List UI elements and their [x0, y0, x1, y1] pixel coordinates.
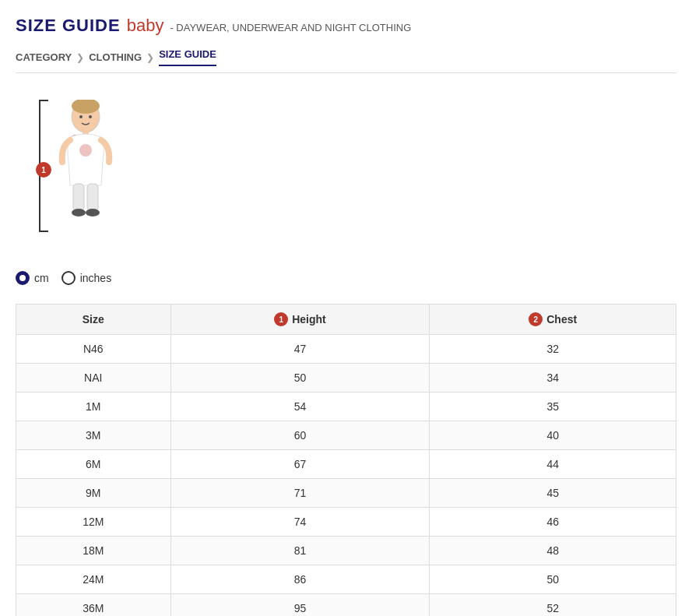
height-marker-icon: 1	[274, 312, 288, 326]
inches-radio[interactable]	[61, 271, 76, 285]
table-row: 9M7145	[16, 479, 676, 508]
title-main: SIZE GUIDE	[16, 16, 121, 36]
page-title: SIZE GUIDE baby - DAYWEAR, UNDERWEAR AND…	[16, 16, 676, 36]
svg-point-5	[79, 144, 92, 157]
size-cell: 6M	[16, 450, 171, 479]
image-area: 1 2	[16, 92, 676, 248]
size-cell: 18M	[16, 537, 171, 565]
size-cell: 36M	[16, 594, 171, 617]
chest-cell: 35	[430, 392, 676, 421]
svg-point-2	[79, 115, 83, 118]
table-row: 24M8650	[16, 565, 676, 594]
baby-figure	[54, 100, 117, 238]
size-cell: 3M	[16, 421, 171, 450]
breadcrumb-size-guide[interactable]: SIZE GUIDE	[159, 48, 216, 66]
inches-label: inches	[80, 272, 111, 284]
breadcrumb-clothing[interactable]: CLOTHING	[89, 51, 142, 63]
baby-image-container: 1 2	[16, 92, 140, 248]
title-desc: - DAYWEAR, UNDERWEAR AND NIGHT CLOTHING	[170, 22, 411, 33]
table-row: 1M5435	[16, 392, 676, 421]
cm-option[interactable]: cm	[16, 271, 49, 285]
chest-cell: 45	[430, 479, 676, 508]
marker-height: 1	[36, 162, 51, 178]
breadcrumb-sep-2: ❯	[146, 52, 154, 63]
col-chest-header: 2 Chest	[430, 304, 676, 335]
table-row: 6M6744	[16, 450, 676, 479]
cm-radio[interactable]	[16, 271, 30, 285]
size-cell: 24M	[16, 565, 171, 594]
size-cell: 12M	[16, 508, 171, 537]
svg-point-8	[72, 209, 86, 216]
table-row: 36M9552	[16, 594, 676, 617]
breadcrumb-category[interactable]: CATEGORY	[16, 51, 72, 63]
col-height-header: 1 Height	[170, 304, 430, 335]
table-row: N464732	[16, 335, 676, 364]
chest-cell: 52	[430, 594, 676, 617]
inches-option[interactable]: inches	[61, 271, 111, 285]
size-cell: NAI	[16, 364, 171, 392]
table-row: 18M8148	[16, 537, 676, 565]
size-cell: 1M	[16, 392, 171, 421]
svg-point-3	[89, 115, 92, 118]
height-cell: 67	[170, 450, 430, 479]
chest-cell: 44	[430, 450, 676, 479]
height-cell: 95	[170, 594, 430, 617]
table-row: 3M6040	[16, 421, 676, 450]
chest-cell: 48	[430, 537, 676, 565]
breadcrumb-sep-1: ❯	[76, 52, 84, 63]
height-cell: 50	[170, 364, 430, 392]
col-chest-label: Chest	[546, 313, 577, 326]
title-sub: baby	[127, 16, 164, 36]
height-cell: 81	[170, 537, 430, 565]
size-table: Size 1 Height 2 Chest N464732NAI50341M54…	[16, 304, 676, 616]
svg-point-9	[86, 209, 100, 216]
chest-cell: 34	[430, 364, 676, 392]
chest-cell: 50	[430, 565, 676, 594]
size-cell: N46	[16, 335, 171, 364]
col-height-label: Height	[292, 313, 326, 326]
table-row: NAI5034	[16, 364, 676, 392]
chest-marker-icon: 2	[529, 312, 543, 326]
height-cell: 54	[170, 392, 430, 421]
height-cell: 74	[170, 508, 430, 537]
page-wrapper: SIZE GUIDE baby - DAYWEAR, UNDERWEAR AND…	[0, 0, 692, 616]
table-row: 12M7446	[16, 508, 676, 537]
col-size-header: Size	[16, 304, 171, 335]
table-body: N464732NAI50341M54353M60406M67449M714512…	[16, 335, 676, 617]
chest-cell: 46	[430, 508, 676, 537]
unit-toggle: cm inches	[16, 271, 676, 285]
svg-rect-7	[87, 184, 98, 211]
chest-cell: 40	[430, 421, 676, 450]
height-cell: 71	[170, 479, 430, 508]
cm-label: cm	[34, 272, 49, 284]
height-cell: 47	[170, 335, 430, 364]
svg-rect-6	[73, 184, 84, 211]
chest-cell: 32	[430, 335, 676, 364]
height-cell: 60	[170, 421, 430, 450]
breadcrumb: CATEGORY ❯ CLOTHING ❯ SIZE GUIDE	[16, 48, 676, 73]
table-header-row: Size 1 Height 2 Chest	[16, 304, 676, 335]
height-cell: 86	[170, 565, 430, 594]
size-cell: 9M	[16, 479, 171, 508]
